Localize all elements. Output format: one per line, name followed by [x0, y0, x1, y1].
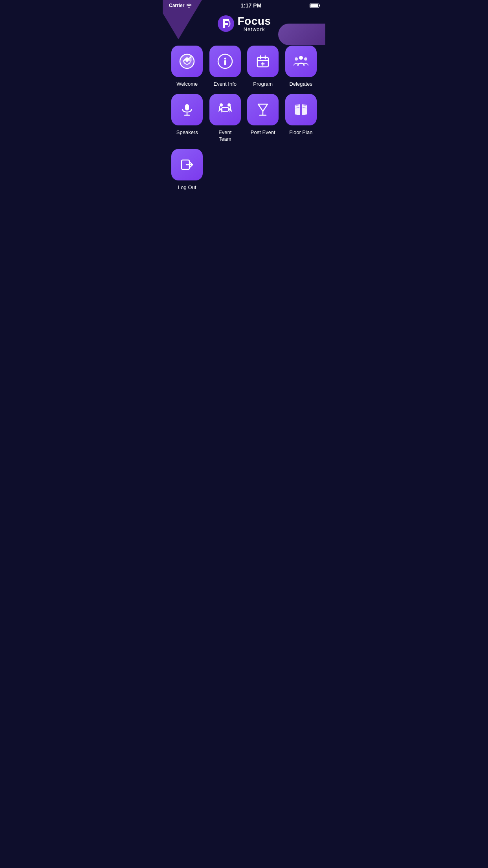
- logo-container: Focus Network: [217, 15, 271, 32]
- speakers-label: Speakers: [176, 129, 198, 136]
- event-info-icon-box: [209, 46, 241, 77]
- app-header: Focus Network: [163, 10, 325, 42]
- menu-grid: Welcome Event Info Progra: [163, 42, 325, 199]
- svg-line-21: [231, 109, 231, 111]
- logo-focus-text: Focus: [238, 16, 271, 27]
- delegates-icon-box: [285, 46, 317, 77]
- post-event-icon: [254, 101, 272, 118]
- post-event-label: Post Event: [251, 129, 275, 136]
- grid-item-welcome[interactable]: Welcome: [171, 46, 204, 88]
- svg-line-24: [228, 108, 230, 108]
- status-bar: Carrier 1:17 PM: [163, 0, 325, 10]
- delegates-label: Delegates: [289, 81, 312, 88]
- wifi-icon: [186, 3, 192, 8]
- carrier-info: Carrier: [169, 3, 192, 8]
- carrier-text: Carrier: [169, 3, 184, 8]
- svg-rect-22: [222, 107, 228, 111]
- grid-item-logout[interactable]: Log Out: [171, 149, 204, 191]
- event-team-icon: [216, 101, 234, 118]
- program-icon: [254, 53, 272, 70]
- speakers-icon: [178, 101, 196, 118]
- event-info-label: Event Info: [213, 81, 237, 88]
- logout-label: Log Out: [178, 184, 196, 191]
- svg-rect-5: [224, 60, 226, 65]
- svg-point-18: [220, 103, 223, 107]
- grid-item-event-info[interactable]: Event Info: [209, 46, 242, 88]
- svg-point-4: [224, 58, 226, 60]
- svg-point-2: [186, 60, 188, 62]
- logout-icon: [178, 156, 196, 173]
- welcome-label: Welcome: [176, 81, 198, 88]
- svg-point-14: [304, 57, 307, 61]
- program-icon-box: [247, 46, 279, 77]
- event-team-icon-box: [209, 94, 241, 125]
- program-label: Program: [253, 81, 273, 88]
- speakers-icon-box: [171, 94, 203, 125]
- svg-rect-15: [185, 104, 189, 110]
- logo-icon: [217, 15, 235, 32]
- welcome-icon-box: [171, 46, 203, 77]
- logo-text: Focus Network: [238, 16, 271, 32]
- grid-item-event-team[interactable]: EventTeam: [209, 94, 242, 143]
- post-event-icon-box: [247, 94, 279, 125]
- grid-item-post-event[interactable]: Post Event: [246, 94, 280, 143]
- grid-item-program[interactable]: Program: [246, 46, 280, 88]
- battery-indicator: [310, 4, 319, 8]
- delegates-icon: [292, 53, 310, 70]
- svg-line-19: [219, 109, 220, 111]
- grid-item-speakers[interactable]: Speakers: [171, 94, 204, 143]
- battery-icon: [310, 4, 319, 8]
- svg-point-20: [227, 103, 231, 107]
- svg-line-23: [220, 108, 222, 108]
- svg-point-13: [295, 57, 298, 61]
- floor-plan-icon: [292, 101, 310, 118]
- svg-point-12: [299, 56, 303, 60]
- time-display: 1:17 PM: [240, 2, 261, 9]
- grid-item-floor-plan[interactable]: Floor Plan: [284, 94, 318, 143]
- grid-item-delegates[interactable]: Delegates: [284, 46, 318, 88]
- logo-network-text: Network: [238, 27, 271, 32]
- info-icon: [216, 53, 234, 70]
- event-team-label: EventTeam: [218, 129, 231, 143]
- welcome-icon: [178, 53, 196, 70]
- floor-plan-icon-box: [285, 94, 317, 125]
- logout-icon-box: [171, 149, 203, 180]
- floor-plan-label: Floor Plan: [289, 129, 312, 136]
